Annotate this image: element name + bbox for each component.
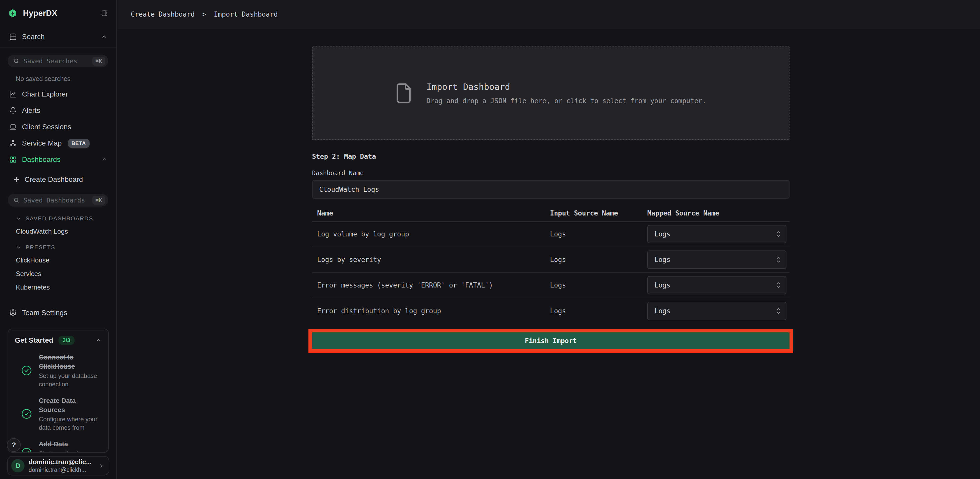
chevron-right-icon — [99, 463, 104, 468]
check-circle-icon — [21, 365, 32, 376]
sidebar: HyperDX Search ⌘K No saved searches — [0, 0, 117, 479]
get-started-step-1[interactable]: Connect to ClickHouse Set up your databa… — [8, 353, 108, 388]
mapped-source-select[interactable]: Logs — [647, 276, 786, 294]
sidebar-item-services[interactable]: Services — [16, 270, 116, 278]
table-row: Log volume by log group Logs Logs — [312, 222, 789, 247]
dropzone-subtitle: Drag and drop a JSON file here, or click… — [426, 97, 706, 105]
service-map-icon — [9, 139, 17, 147]
dashboards-icon — [9, 156, 17, 164]
sidebar-item-label: Client Sessions — [22, 123, 71, 131]
check-circle-icon — [21, 447, 32, 453]
sidebar-item-team-settings[interactable]: Team Settings — [0, 305, 116, 321]
avatar: D — [11, 459, 24, 473]
beta-badge: BETA — [68, 139, 90, 148]
get-started-title: Get Started — [15, 336, 53, 344]
file-icon — [395, 82, 412, 104]
chevron-up-icon[interactable] — [95, 337, 102, 344]
bell-icon — [9, 107, 17, 115]
hyperdx-logo-icon — [8, 9, 18, 18]
sidebar-collapse-icon[interactable] — [101, 10, 108, 17]
create-dashboard-button[interactable]: Create Dashboard — [0, 172, 116, 187]
get-started-header[interactable]: Get Started 3/3 — [8, 329, 108, 345]
get-started-progress-badge: 3/3 — [59, 336, 75, 345]
dashboard-name-input[interactable] — [312, 180, 789, 199]
table-row: Error messages (severity 'ERROR' or 'FAT… — [312, 273, 789, 298]
shortcut-badge: ⌘K — [92, 196, 105, 205]
step-desc: Configure where your data comes from — [39, 415, 103, 432]
chevron-up-icon[interactable] — [101, 156, 107, 162]
mapped-source-select[interactable]: Logs — [647, 302, 786, 320]
topbar: Create Dashboard > Import Dashboard — [118, 0, 980, 29]
user-menu[interactable]: D dominic.tran@clic... dominic.tran@clic… — [7, 456, 109, 476]
table-header-row: Name Input Source Name Mapped Source Nam… — [312, 205, 789, 222]
sidebar-item-alerts[interactable]: Alerts — [0, 102, 116, 119]
step-texts: Create Data Sources Configure where your… — [39, 396, 103, 432]
breadcrumb-create-dashboard[interactable]: Create Dashboard — [131, 11, 194, 18]
column-header-input-source: Input Source Name — [550, 209, 647, 217]
row-input-source: Logs — [550, 307, 647, 315]
step-label: Step 2: Map Data — [312, 153, 789, 160]
sidebar-item-chart-explorer[interactable]: Chart Explorer — [0, 86, 116, 102]
section-title: PRESETS — [25, 244, 56, 251]
sidebar-item-search[interactable]: Search — [0, 29, 116, 45]
select-caret-icon — [776, 255, 781, 264]
logo-row: HyperDX — [0, 0, 116, 18]
sidebar-item-service-map[interactable]: Service Map BETA — [0, 135, 116, 151]
table-row: Error distribution by log group Logs Log… — [312, 298, 789, 324]
section-presets[interactable]: PRESETS — [16, 244, 116, 251]
dropzone-texts: Import Dashboard Drag and drop a JSON fi… — [426, 82, 706, 105]
help-button[interactable]: ? — [7, 438, 21, 452]
row-name: Log volume by log group — [312, 230, 550, 238]
column-header-mapped-source: Mapped Source Name — [647, 209, 789, 217]
search-icon — [13, 58, 19, 64]
select-value: Logs — [654, 256, 776, 264]
select-caret-icon — [776, 281, 781, 290]
sidebar-item-label: Alerts — [22, 107, 40, 115]
sidebar-item-label: Chart Explorer — [22, 90, 68, 98]
sidebar-item-cloudwatch-logs[interactable]: CloudWatch Logs — [16, 228, 116, 236]
breadcrumb-separator: > — [202, 11, 206, 18]
row-input-source: Logs — [550, 256, 647, 264]
mapped-source-select[interactable]: Logs — [647, 225, 786, 243]
sidebar-item-client-sessions[interactable]: Client Sessions — [0, 119, 116, 135]
get-started-panel: Get Started 3/3 Connect to ClickHouse Se… — [8, 329, 109, 453]
step-desc: Set up your database connection — [39, 371, 103, 388]
breadcrumb-import-dashboard: Import Dashboard — [214, 11, 278, 18]
dashboard-name-label: Dashboard Name — [312, 170, 789, 177]
sidebar-item-label: Service Map — [22, 139, 62, 147]
no-saved-searches-text: No saved searches — [16, 75, 116, 83]
gear-icon — [9, 309, 17, 317]
create-dashboard-label: Create Dashboard — [24, 175, 83, 184]
breadcrumb: Create Dashboard > Import Dashboard — [131, 11, 278, 18]
sidebar-item-clickhouse[interactable]: ClickHouse — [16, 256, 116, 264]
section-title: SAVED DASHBOARDS — [25, 215, 93, 222]
sidebar-item-kubernetes[interactable]: Kubernetes — [16, 283, 116, 291]
search-icon — [13, 197, 19, 203]
section-saved-dashboards[interactable]: SAVED DASHBOARDS — [16, 215, 116, 222]
mapped-source-select[interactable]: Logs — [647, 250, 786, 269]
chevron-up-icon[interactable] — [101, 34, 107, 40]
select-value: Logs — [654, 307, 776, 315]
column-header-name: Name — [312, 209, 550, 217]
table-row: Logs by severity Logs Logs — [312, 247, 789, 273]
check-circle-icon — [21, 408, 32, 420]
dropzone-title: Import Dashboard — [426, 82, 706, 92]
row-name: Error distribution by log group — [312, 307, 550, 315]
sidebar-item-label: Search — [22, 33, 45, 41]
search-panel-icon — [9, 33, 17, 41]
json-dropzone[interactable]: Import Dashboard Drag and drop a JSON fi… — [312, 46, 789, 140]
saved-dashboards-field[interactable] — [24, 197, 92, 204]
saved-searches-field[interactable] — [24, 57, 92, 65]
finish-import-button[interactable]: Finish Import — [312, 333, 789, 349]
row-input-source: Logs — [550, 282, 647, 289]
get-started-step-3[interactable]: Add Data Start sending logs, metrics, or… — [8, 439, 108, 453]
sidebar-item-dashboards[interactable]: Dashboards — [0, 151, 116, 168]
saved-dashboards-input[interactable]: ⌘K — [8, 194, 108, 207]
user-name: dominic.tran@clic... — [29, 458, 96, 466]
get-started-step-2[interactable]: Create Data Sources Configure where your… — [8, 396, 108, 432]
select-value: Logs — [654, 230, 776, 238]
plus-icon — [13, 176, 20, 183]
sidebar-item-label: Dashboards — [22, 156, 60, 164]
saved-searches-input[interactable]: ⌘K — [8, 55, 108, 67]
user-email: dominic.tran@clickh... — [29, 466, 96, 473]
